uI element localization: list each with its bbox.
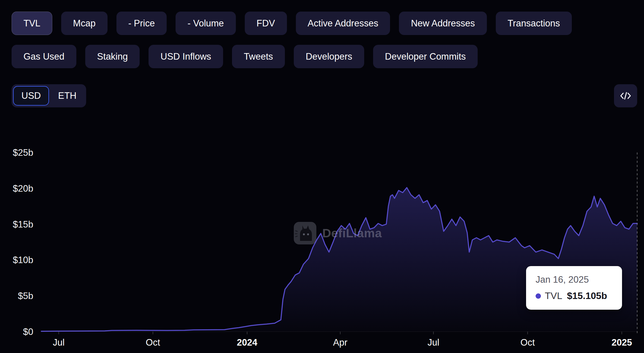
series-marker-dot	[536, 293, 541, 299]
x-axis-tick-label: Oct	[146, 337, 160, 348]
x-axis-tick-label: Apr	[333, 337, 347, 348]
chart-tooltip: Jan 16, 2025 TVL $15.105b	[526, 266, 622, 310]
y-axis-tick-label: $0	[23, 327, 33, 337]
tooltip-series-name: TVL	[545, 290, 562, 301]
x-axis-tick-label: Jul	[53, 337, 65, 348]
x-axis-tick-label: 2025	[612, 337, 632, 348]
x-axis-tick-label: Jul	[427, 337, 439, 348]
x-axis-tick-label: Oct	[520, 337, 535, 348]
y-axis-tick-label: $10b	[13, 255, 33, 265]
x-axis-tick-label: 2024	[237, 337, 258, 348]
y-axis-tick-label: $20b	[13, 183, 33, 194]
y-axis-tick-label: $5b	[18, 291, 33, 301]
y-axis-tick-label: $25b	[13, 147, 33, 158]
tooltip-date: Jan 16, 2025	[536, 274, 613, 285]
tooltip-value: $15.105b	[567, 290, 607, 301]
y-axis-tick-label: $15b	[13, 219, 33, 230]
tvl-area-fill	[41, 187, 637, 332]
tooltip-series-row: TVL $15.105b	[536, 290, 613, 301]
